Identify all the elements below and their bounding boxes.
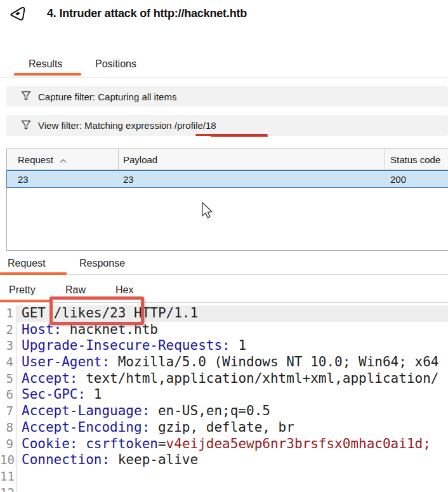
capture-filter-label: Capture filter: Capturing all items [38, 91, 176, 102]
code-segment: keep-alive [110, 452, 198, 467]
code-line[interactable]: 7Accept-Language: en-US,en;q=0.5 [0, 403, 448, 420]
active-tab-underline [0, 300, 53, 302]
code-line[interactable]: 5Accept: text/html,application/xhtml+xml… [0, 371, 448, 387]
cell-payload: 23 [118, 174, 385, 185]
divider [0, 274, 448, 275]
line-number: 1 [0, 305, 17, 322]
line-number: 5 [0, 371, 17, 387]
line-number: 3 [0, 338, 17, 354]
tab-response[interactable]: Response [79, 258, 125, 269]
code-line[interactable]: 4User-Agent: Mozilla/5.0 (Windows NT 10.… [0, 354, 448, 371]
code-segment: Sec-GPC: [22, 387, 86, 402]
code-segment: 1 [230, 338, 246, 353]
red-underline-annotation [211, 136, 268, 137]
code-segment: 1 [86, 387, 102, 402]
tab-raw[interactable]: Raw [65, 284, 86, 296]
line-content: Accept-Encoding: gzip, deflate, br [17, 420, 448, 436]
capture-filter-bar[interactable]: Capture filter: Capturing all items [6, 86, 448, 107]
code-line[interactable]: 12 [0, 485, 448, 492]
tab-results[interactable]: Results [29, 58, 62, 70]
window-title: 4. Intruder attack of http://hacknet.htb [47, 7, 247, 20]
cell-status-code: 200 [385, 174, 448, 185]
code-line[interactable]: 6Sec-GPC: 1 [0, 387, 448, 403]
intruder-attack-window: 4. Intruder attack of http://hacknet.htb… [0, 0, 448, 492]
line-content: Sec-GPC: 1 [17, 387, 448, 403]
line-number: 10 [0, 452, 17, 469]
code-line[interactable]: 10Connection: keep-alive [0, 452, 448, 469]
code-segment: Connection: [22, 452, 110, 467]
line-content: Cookie: csrftoken=v4eijdea5ewp6nr3brsfsx… [17, 436, 448, 453]
filter-funnel-icon [20, 119, 32, 132]
view-filter-label: View filter: Matching expression /profil… [38, 120, 216, 131]
line-content: Accept-Language: en-US,en;q=0.5 [17, 403, 448, 420]
view-filter-bar[interactable]: View filter: Matching expression /profil… [6, 115, 448, 136]
active-tab-underline [14, 73, 81, 76]
request-editor[interactable]: 1GET /likes/23 HTTP/1.12Host: hacknet.ht… [0, 305, 448, 492]
sort-ascending-icon [60, 154, 67, 165]
code-segment: User-Agent: [22, 354, 110, 369]
code-segment: Accept-Encoding: [22, 420, 150, 435]
cell-request: 23 [7, 174, 118, 185]
filter-funnel-icon [20, 90, 32, 103]
code-segment: en-US,en;q=0.5 [150, 403, 270, 418]
line-number: 4 [0, 354, 17, 371]
column-header-status-code[interactable]: Status code [385, 149, 448, 170]
line-number: 9 [0, 436, 17, 453]
tab-positions[interactable]: Positions [95, 58, 136, 70]
code-line[interactable]: 8Accept-Encoding: gzip, deflate, br [0, 420, 448, 436]
line-number: 6 [0, 387, 17, 403]
line-number: 11 [0, 469, 17, 485]
mouse-cursor [201, 201, 214, 223]
table-body: 23 23 200 [7, 170, 448, 188]
line-content: Connection: keep-alive [17, 452, 448, 469]
tab-pretty[interactable]: Pretty [9, 284, 36, 296]
code-line[interactable]: 9Cookie: csrftoken=v4eijdea5ewp6nr3brsfs… [0, 436, 448, 453]
code-line[interactable]: 3Upgrade-Insecure-Requests: 1 [0, 338, 448, 354]
red-box-annotation [49, 296, 144, 325]
table-header-row: Request Payload Status code [7, 149, 448, 170]
code-segment: v4eijdea5ewp6nr3brsfsx0mhac0ai1d; [166, 436, 431, 451]
code-segment: gzip, deflate, br [150, 420, 294, 435]
line-number: 7 [0, 403, 17, 420]
line-content: Upgrade-Insecure-Requests: 1 [17, 338, 448, 354]
line-number: 8 [0, 420, 17, 436]
line-number: 12 [0, 485, 17, 492]
tab-hex[interactable]: Hex [115, 284, 133, 296]
line-content: Accept: text/html,application/xhtml+xml,… [17, 371, 448, 387]
results-table: Request Payload Status code 23 23 200 [6, 149, 448, 251]
code-segment: text/html,application/xhtml+xml,applicat… [78, 371, 439, 386]
code-segment: Accept: [22, 371, 78, 386]
tab-request[interactable]: Request [8, 258, 46, 269]
code-segment: Accept-Language: [22, 403, 150, 418]
burp-intruder-icon [9, 5, 27, 25]
active-tab-underline [0, 272, 67, 275]
code-segment: Cookie: csrftoken [22, 436, 158, 451]
line-content [17, 469, 448, 485]
code-line[interactable]: 11 [0, 469, 448, 485]
line-number: 2 [0, 322, 17, 338]
line-content: User-Agent: Mozilla/5.0 (Windows NT 10.0… [17, 354, 448, 371]
code-segment: Mozilla/5.0 (Windows NT 10.0; Win64; x64 [110, 354, 438, 369]
column-header-payload[interactable]: Payload [118, 149, 385, 170]
code-segment: Upgrade-Insecure-Requests: [22, 338, 230, 353]
line-content [17, 485, 448, 492]
divider [0, 77, 448, 77]
table-row-selected[interactable]: 23 23 200 [6, 170, 448, 188]
code-segment: = [158, 436, 166, 451]
column-header-request[interactable]: Request [7, 149, 118, 170]
